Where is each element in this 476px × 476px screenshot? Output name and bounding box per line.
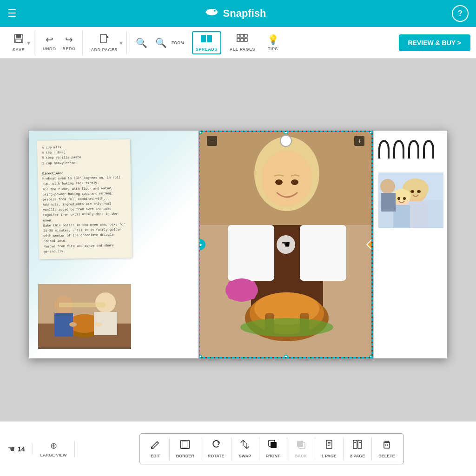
large-view-icon: ⊕ [50, 441, 57, 451]
border-label: BORDER [176, 454, 194, 458]
selection-handle-bottom-right[interactable] [369, 355, 373, 358]
zoom-in-icon: 🔍 [155, 37, 167, 48]
svg-rect-67 [326, 440, 332, 449]
selection-handle-top-right[interactable] [369, 131, 373, 134]
edit-tool-1page[interactable]: 1 PAGE [315, 437, 344, 460]
add-pages-button[interactable]: ADD PAGES [88, 32, 120, 54]
svg-rect-16 [245, 39, 247, 41]
squiggle-1 [378, 140, 390, 159]
svg-marker-1 [205, 9, 208, 15]
svg-point-56 [403, 197, 406, 200]
photo-zoom-out-button[interactable]: − [207, 136, 217, 146]
svg-rect-65 [297, 441, 303, 447]
right-page-photo[interactable] [378, 172, 443, 228]
edit-tool-edit[interactable]: EDIT [142, 437, 170, 460]
squiggle-4 [423, 140, 434, 159]
svg-point-43 [275, 179, 283, 185]
svg-point-31 [261, 151, 312, 206]
edit-label: EDIT [151, 454, 160, 458]
svg-point-57 [380, 179, 395, 194]
topbar-left: ☰ [7, 7, 17, 20]
save-icon [13, 33, 24, 46]
edit-tool-delete[interactable]: DELETE [372, 437, 402, 460]
tips-button[interactable]: 💡 TIPS [264, 32, 282, 53]
svg-point-55 [397, 197, 400, 200]
spreads-button[interactable]: SPREADS [192, 31, 221, 54]
right-page [373, 131, 447, 358]
zoom-in-button[interactable]: 🔍 [152, 35, 171, 50]
squiggle-2 [393, 140, 404, 159]
svg-rect-13 [245, 34, 247, 37]
svg-rect-14 [237, 39, 240, 41]
all-pages-label: ALL PAGES [230, 47, 255, 52]
review-buy-button[interactable]: REVIEW & BUY > [399, 34, 471, 51]
logo-area: Snapfish [203, 6, 266, 21]
selection-handle-top-center[interactable] [284, 131, 288, 134]
svg-point-53 [410, 190, 414, 193]
zoom-out-button[interactable]: 🔍 [132, 35, 151, 50]
svg-rect-24 [59, 303, 106, 307]
zoom-group: 🔍 🔍 ZOOM [129, 31, 188, 54]
front-icon [268, 439, 278, 452]
zoom-count-number: 14 [18, 445, 25, 453]
selection-handle-bottom-center[interactable] [284, 355, 288, 358]
svg-point-44 [291, 179, 298, 185]
toolbar: SAVE ▾ ↩ UNDO ↪ REDO ADD PAGES ▾ [0, 27, 476, 59]
delete-icon [382, 439, 392, 452]
svg-rect-6 [100, 34, 106, 43]
recipe-card[interactable]: ½ cup milk ½ tsp nutmeg ¾ tbsp vanilla p… [37, 139, 132, 259]
svg-rect-72 [358, 440, 362, 449]
edit-tool-rotate[interactable]: ROTATE [201, 437, 231, 460]
redo-icon: ↪ [65, 34, 73, 45]
svg-rect-4 [16, 34, 21, 38]
svg-rect-34 [300, 225, 346, 281]
photo-zoom-indicator [280, 135, 292, 147]
redo-button[interactable]: ↪ REDO [60, 32, 79, 53]
svg-rect-15 [241, 39, 244, 41]
zoom-count: ☚ 14 [7, 444, 33, 454]
front-label: FRONT [266, 454, 280, 458]
undo-button[interactable]: ↩ UNDO [40, 32, 59, 53]
couple-photo [38, 284, 131, 349]
move-handle[interactable]: ☚ [277, 235, 295, 254]
photo-zoom-in-button[interactable]: + [354, 136, 364, 146]
svg-rect-36 [228, 281, 256, 299]
undo-icon: ↩ [46, 34, 53, 45]
undo-label: UNDO [43, 46, 56, 51]
zoom-label: ZOOM [172, 40, 184, 45]
large-view-button[interactable]: ⊕ LARGE VIEW [33, 441, 75, 457]
back-icon [296, 439, 306, 452]
svg-rect-9 [201, 35, 206, 42]
swap-label: SWAP [239, 454, 251, 458]
svg-rect-63 [271, 442, 277, 448]
save-button[interactable]: SAVE [9, 32, 28, 54]
all-pages-icon [237, 34, 248, 46]
one-page-icon [324, 439, 334, 452]
edit-tool-front[interactable]: FRONT [259, 437, 287, 460]
edit-tool-swap[interactable]: SWAP [231, 437, 259, 460]
edit-tool-back[interactable]: BACK [287, 437, 315, 460]
edit-tool-2page[interactable]: 2 PAGE [344, 437, 372, 460]
svg-point-42 [240, 318, 333, 337]
rotate-icon [211, 439, 221, 452]
book-spine [198, 131, 199, 358]
bottom-controls: ☚ 14 ⊕ LARGE VIEW EDIT [0, 421, 476, 476]
topbar: ☰ Snapfish ? [0, 0, 476, 27]
svg-rect-75 [384, 443, 390, 448]
svg-rect-60 [182, 442, 188, 447]
svg-point-26 [69, 322, 77, 327]
help-button[interactable]: ? [452, 5, 469, 22]
rotate-label: ROTATE [208, 454, 225, 458]
center-photo[interactable]: − + ☚ ▶ [198, 131, 373, 358]
left-page-photo[interactable] [38, 284, 131, 349]
edit-tool-border[interactable]: BORDER [170, 437, 201, 460]
all-pages-button[interactable]: ALL PAGES [227, 32, 258, 53]
svg-rect-52 [393, 205, 410, 228]
hamburger-icon[interactable]: ☰ [7, 7, 17, 20]
svg-rect-10 [207, 35, 212, 42]
book-spread: ½ cup milk ½ tsp nutmeg ¾ tbsp vanilla p… [29, 131, 447, 358]
redo-label: REDO [63, 46, 76, 51]
decorative-squiggles [378, 140, 434, 168]
logo-fish-icon [203, 6, 219, 21]
svg-rect-58 [381, 193, 396, 212]
